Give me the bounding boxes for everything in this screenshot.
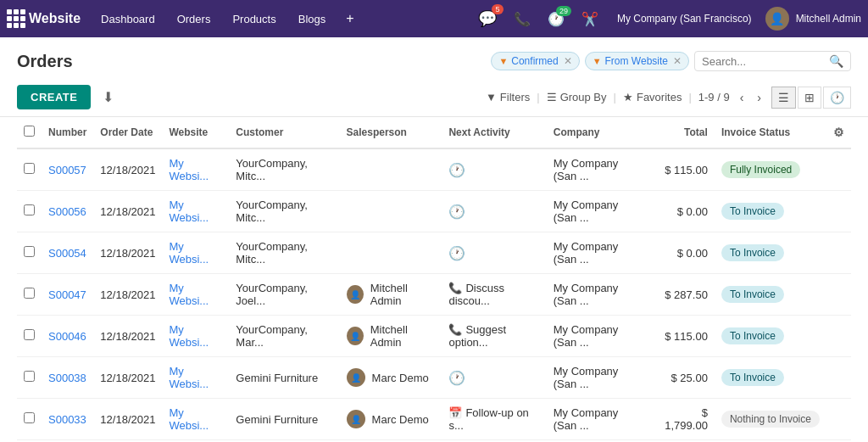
col-settings[interactable]: ⚙ xyxy=(826,117,851,148)
clock-activity-icon[interactable]: 🕐 xyxy=(448,204,465,219)
col-total[interactable]: Total xyxy=(651,117,715,148)
row-settings xyxy=(826,357,851,399)
remove-confirmed-filter[interactable]: ✕ xyxy=(564,55,572,67)
toolbar: CREATE ⬇ ▼ Filters | ☰ Group By | ★ Favo… xyxy=(0,78,868,117)
row-checkbox-cell[interactable] xyxy=(17,232,42,274)
row-checkbox[interactable] xyxy=(24,246,35,257)
row-settings xyxy=(826,191,851,232)
nav-add-button[interactable]: + xyxy=(337,6,362,31)
activity-view-button[interactable]: 🕐 xyxy=(823,87,851,109)
row-date: 12/18/2021 xyxy=(93,399,162,440)
remove-from-website-filter[interactable]: ✕ xyxy=(673,55,682,67)
nav-dashboard[interactable]: Dashboard xyxy=(91,8,165,31)
clock-activity-icon[interactable]: 🕐 xyxy=(448,246,465,260)
orders-table: Number Order Date Website Customer Sales… xyxy=(17,117,851,442)
row-settings xyxy=(826,399,851,440)
phone-icon[interactable]: 📞 xyxy=(509,8,536,31)
nav-blogs[interactable]: Blogs xyxy=(288,8,337,31)
next-page-button[interactable]: › xyxy=(754,89,765,106)
order-link[interactable]: S00047 xyxy=(48,288,86,301)
order-link[interactable]: S00033 xyxy=(48,413,86,426)
filter-bar: ▼ Confirmed ✕ ▼ From Website ✕ 🔍 xyxy=(491,51,851,71)
col-invoice-status[interactable]: Invoice Status xyxy=(715,117,826,148)
website-link[interactable]: My Websi... xyxy=(169,323,209,349)
phone-activity-icon: 📞 xyxy=(448,282,462,294)
search-icon[interactable]: 🔍 xyxy=(829,54,843,68)
filter-from-website[interactable]: ▼ From Website ✕ xyxy=(585,52,689,70)
list-view-button[interactable]: ☰ xyxy=(771,87,796,109)
user-name[interactable]: Mitchell Admin xyxy=(796,13,861,25)
filter-confirmed[interactable]: ▼ Confirmed ✕ xyxy=(491,52,579,70)
search-input[interactable] xyxy=(702,55,829,68)
row-next-activity: 🕐 xyxy=(442,191,546,232)
salesperson-avatar: 👤 xyxy=(347,368,365,387)
select-all-header[interactable] xyxy=(17,117,42,148)
row-checkbox[interactable] xyxy=(24,371,35,382)
row-checkbox[interactable] xyxy=(24,288,35,299)
toolbar-right: ▼ Filters | ☰ Group By | ★ Favorites | 1… xyxy=(486,87,851,109)
clock-activity-icon[interactable]: 🕐 xyxy=(448,163,465,177)
order-link[interactable]: S00056 xyxy=(48,205,86,218)
column-settings-icon[interactable]: ⚙ xyxy=(833,126,844,139)
row-date: 12/18/2021 xyxy=(93,232,162,274)
row-website: My Websi... xyxy=(162,316,229,357)
group-by-button[interactable]: ☰ Group By xyxy=(547,91,607,104)
user-avatar[interactable]: 👤 xyxy=(765,7,789,31)
order-link[interactable]: S00057 xyxy=(48,164,86,176)
row-checkbox-cell[interactable] xyxy=(17,316,42,357)
table-row: S0004712/18/2021My Websi...YourCompany, … xyxy=(17,274,851,316)
company-label[interactable]: My Company (San Francisco) xyxy=(610,9,759,28)
col-salesperson[interactable]: Salesperson xyxy=(340,117,442,148)
col-company[interactable]: Company xyxy=(547,117,651,148)
col-number[interactable]: Number xyxy=(42,117,93,148)
website-link[interactable]: My Websi... xyxy=(169,240,209,266)
row-checkbox[interactable] xyxy=(24,204,35,215)
order-link[interactable]: S00038 xyxy=(48,372,86,384)
clock-icon[interactable]: 🕐 29 xyxy=(542,8,570,31)
col-customer[interactable]: Customer xyxy=(229,117,339,148)
row-website: My Websi... xyxy=(162,274,229,316)
website-link[interactable]: My Websi... xyxy=(169,282,209,307)
row-checkbox-cell[interactable] xyxy=(17,148,42,191)
app-logo[interactable]: Website xyxy=(29,11,81,26)
main-navigation: Dashboard Orders Products Blogs + xyxy=(91,6,470,31)
row-website: My Websi... xyxy=(162,357,229,399)
row-settings xyxy=(826,274,851,316)
nav-orders[interactable]: Orders xyxy=(167,8,221,31)
table-row: S0005712/18/2021My Websi...YourCompany, … xyxy=(17,148,851,191)
prev-page-button[interactable]: ‹ xyxy=(737,89,748,106)
website-link[interactable]: My Websi... xyxy=(169,199,209,224)
select-all-checkbox[interactable] xyxy=(24,126,35,137)
row-checkbox-cell[interactable] xyxy=(17,191,42,232)
col-next-activity[interactable]: Next Activity xyxy=(442,117,546,148)
search-box[interactable]: 🔍 xyxy=(694,51,851,71)
order-link[interactable]: S00054 xyxy=(48,247,86,260)
order-link[interactable]: S00046 xyxy=(48,330,86,343)
salesperson-name: Mitchell Admin xyxy=(370,282,436,307)
col-website[interactable]: Website xyxy=(162,117,229,148)
row-checkbox[interactable] xyxy=(24,163,35,174)
row-checkbox-cell[interactable] xyxy=(17,274,42,316)
row-total: $ 25.00 xyxy=(651,357,715,399)
kanban-view-button[interactable]: ⊞ xyxy=(798,87,821,109)
settings-icon[interactable]: ✂️ xyxy=(576,8,604,31)
row-checkbox[interactable] xyxy=(24,329,35,340)
col-order-date[interactable]: Order Date xyxy=(93,117,162,148)
row-salesperson: 👤Mitchell Admin xyxy=(340,316,442,357)
chat-icon[interactable]: 💬 5 xyxy=(473,6,502,31)
table-row: S0003812/18/2021My Websi...Gemini Furnit… xyxy=(17,357,851,399)
create-button[interactable]: CREATE xyxy=(17,85,91,109)
download-button[interactable]: ⬇ xyxy=(97,86,119,109)
row-checkbox[interactable] xyxy=(24,412,35,423)
website-link[interactable]: My Websi... xyxy=(169,406,209,432)
nav-products[interactable]: Products xyxy=(222,8,286,31)
filters-button[interactable]: ▼ Filters xyxy=(486,91,530,104)
app-grid-icon[interactable] xyxy=(7,9,25,28)
website-link[interactable]: My Websi... xyxy=(169,365,209,390)
website-link[interactable]: My Websi... xyxy=(169,157,209,182)
row-checkbox-cell[interactable] xyxy=(17,357,42,399)
row-checkbox-cell[interactable] xyxy=(17,399,42,440)
favorites-button[interactable]: ★ Favorites xyxy=(623,91,682,104)
row-salesperson xyxy=(340,232,442,274)
clock-activity-icon[interactable]: 🕐 xyxy=(448,371,465,385)
